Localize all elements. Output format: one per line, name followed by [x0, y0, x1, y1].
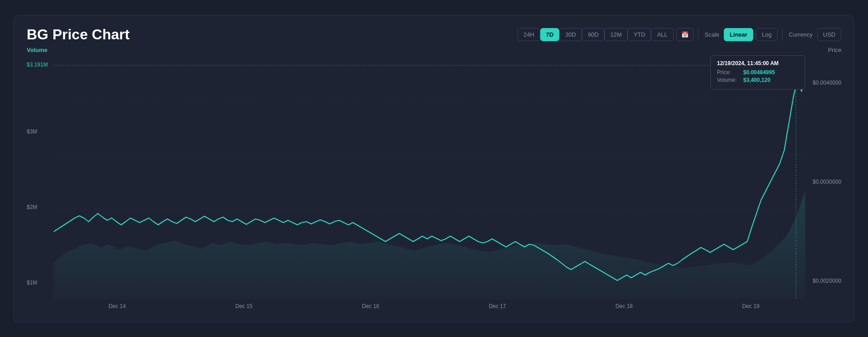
chart-area: $3.191M $3M $2M $1M: [27, 55, 841, 299]
time-btn-12m[interactable]: 12M: [604, 28, 627, 41]
time-btn-7d[interactable]: 7D: [540, 28, 560, 41]
price-axis-label: Price: [828, 47, 841, 53]
y-right-label-1: $0.0030000: [813, 179, 841, 185]
x-label-dec18: Dec 18: [615, 303, 632, 309]
time-btn-90d[interactable]: 90D: [582, 28, 604, 41]
calendar-button[interactable]: 📅: [676, 28, 693, 41]
separator-1: [698, 29, 698, 40]
tooltip-price-row: Price: $0.00484995: [717, 69, 798, 76]
chart-title: BG Price Chart: [27, 26, 130, 43]
tooltip-volume-row: Volume: $3,400,120: [717, 77, 798, 83]
tooltip-price-key: Price:: [717, 69, 741, 76]
currency-label: Currency: [789, 31, 813, 38]
tooltip-price-val: $0.00484995: [743, 69, 775, 76]
time-btn-ytd[interactable]: YTD: [627, 28, 651, 41]
volume-axis-label: Volume: [27, 47, 47, 53]
y-left-label-3: $1M: [27, 280, 37, 285]
chart-header: BG Price Chart 24H7D30D90D12MYTDALL 📅 Sc…: [27, 26, 841, 43]
x-axis: Dec 14 Dec 15 Dec 16 Dec 17 Dec 18 Dec 1…: [27, 303, 841, 309]
time-btn-24h[interactable]: 24H: [518, 28, 540, 41]
log-button[interactable]: Log: [756, 28, 778, 41]
x-label-dec17: Dec 17: [489, 303, 506, 309]
y-left-label-2: $2M: [27, 204, 37, 210]
x-label-dec16: Dec 16: [362, 303, 379, 309]
y-axis-left: $3M $2M $1M: [27, 55, 37, 299]
time-btn-all[interactable]: ALL: [651, 28, 673, 41]
price-volume-chart: [54, 55, 805, 299]
scale-label: Scale: [705, 31, 720, 38]
chart-tooltip: 12/19/2024, 11:45:00 AM Price: $0.004849…: [710, 55, 805, 90]
tooltip-volume-key: Volume:: [717, 77, 741, 83]
x-label-dec14: Dec 14: [108, 303, 126, 309]
y-axis-right: $0.0040000 $0.0030000 $0.0020000: [813, 55, 841, 299]
tooltip-date: 12/19/2024, 11:45:00 AM: [717, 60, 798, 66]
separator-2: [782, 29, 783, 40]
linear-button[interactable]: Linear: [724, 28, 753, 41]
time-btn-30d[interactable]: 30D: [559, 28, 582, 41]
chart-axis-labels: Volume Price: [27, 47, 841, 53]
chart-container: BG Price Chart 24H7D30D90D12MYTDALL 📅 Sc…: [14, 15, 854, 323]
y-right-label-2: $0.0020000: [813, 278, 841, 284]
chart-controls: 24H7D30D90D12MYTDALL 📅 Scale Linear Log …: [518, 28, 841, 41]
x-label-dec19: Dec 19: [742, 303, 760, 309]
usd-button[interactable]: USD: [817, 28, 841, 41]
y-left-label-1: $3M: [27, 129, 37, 134]
y-right-label-0: $0.0040000: [813, 80, 841, 85]
tooltip-volume-val: $3,400,120: [743, 77, 770, 83]
x-label-dec15: Dec 15: [235, 303, 252, 309]
